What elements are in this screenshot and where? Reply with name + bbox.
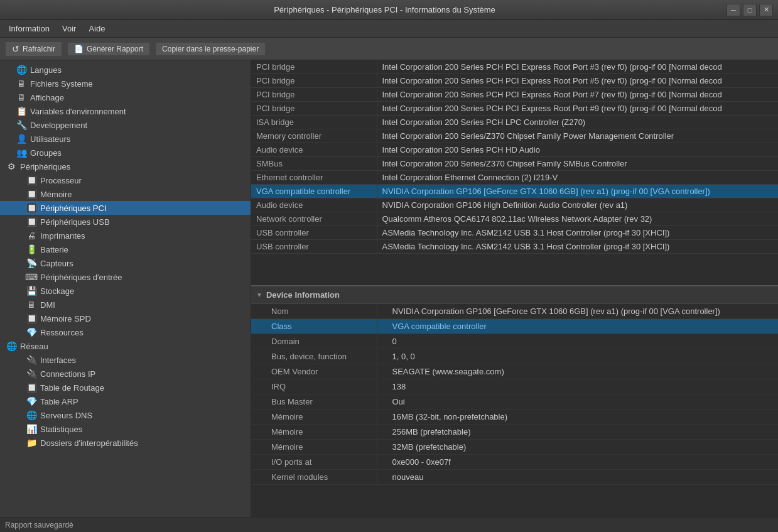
table-row[interactable]: Ethernet controllerIntel Corporation Eth… [251, 171, 778, 185]
info-row[interactable]: Bus MasterOui [251, 394, 778, 410]
sidebar-item-m-moire-spd[interactable]: 🔲Mémoire SPD [0, 312, 251, 325]
sidebar-item-groupes[interactable]: 👥Groupes [0, 146, 251, 160]
sidebar-item-interfaces[interactable]: 🔌Interfaces [0, 353, 251, 367]
sidebar-label: Mémoire SPD [40, 314, 91, 323]
info-row[interactable]: I/O ports at0xe000 - 0xe07f [251, 455, 778, 470]
pci-class-cell: VGA compatible controller [251, 185, 377, 198]
menu-bar: Information Voir Aide [0, 20, 778, 38]
sidebar-item-r-seau[interactable]: 🌐Réseau [0, 339, 251, 353]
info-row[interactable]: NomNVIDIA Corporation GP106 [GeForce GTX… [251, 304, 778, 319]
maximize-button[interactable]: □ [743, 4, 757, 16]
close-button[interactable]: ✕ [759, 4, 773, 16]
sidebar-item-dossiers-d-interop-rabilit-s[interactable]: 📁Dossiers d'interopérabilités [0, 436, 251, 450]
info-label-cell: I/O ports at [251, 455, 377, 470]
info-label-cell: Domain [251, 334, 377, 349]
pci-description-cell: ASMedia Technology Inc. ASM2142 USB 3.1 … [377, 226, 778, 240]
sidebar-icon: 💎 [25, 396, 38, 406]
toolbar: ↺ Rafraîchir 📄 Générer Rapport Copier da… [0, 38, 778, 60]
info-label-cell: Bus, device, function [251, 349, 377, 364]
sidebar-item-fichiers-systeme[interactable]: 🖥Fichiers Systeme [0, 77, 251, 90]
window-title: Périphériques - Périphériques PCI - Info… [43, 5, 727, 14]
info-row[interactable]: Mémoire32MB (prefetchable) [251, 440, 778, 455]
table-row[interactable]: VGA compatible controllerNVIDIA Corporat… [251, 185, 778, 198]
table-row[interactable]: USB controllerASMedia Technology Inc. AS… [251, 226, 778, 240]
sidebar-item-p-riph-riques-d-entr-e[interactable]: ⌨Périphériques d'entrée [0, 270, 251, 284]
generate-report-button[interactable]: 📄 Générer Rapport [67, 42, 150, 56]
pci-class-cell: PCI bridge [251, 60, 377, 74]
pci-description-cell: Intel Corporation 200 Series PCH PCI Exp… [377, 60, 778, 74]
sidebar-item-developpement[interactable]: 🔧Developpement [0, 118, 251, 132]
info-row[interactable]: Bus, device, function1, 0, 0 [251, 349, 778, 364]
pci-description-cell: Qualcomm Atheros QCA6174 802.11ac Wirele… [377, 212, 778, 226]
table-row[interactable]: Memory controllerIntel Corporation 200 S… [251, 129, 778, 143]
table-row[interactable]: PCI bridgeIntel Corporation 200 Series P… [251, 60, 778, 74]
sidebar-icon: 🔲 [25, 189, 38, 199]
refresh-button[interactable]: ↺ Rafraîchir [5, 41, 62, 57]
sidebar-item-batterie[interactable]: 🔋Batterie [0, 242, 251, 256]
table-row[interactable]: USB controllerASMedia Technology Inc. AS… [251, 240, 778, 254]
info-row[interactable]: IRQ138 [251, 379, 778, 394]
collapse-button[interactable]: ▼ [256, 291, 262, 298]
pci-device-table[interactable]: PCI bridgeIntel Corporation 200 Series P… [251, 60, 778, 286]
sidebar-item-affichage[interactable]: 🖥Affichage [0, 90, 251, 104]
sidebar-item-langues[interactable]: 🌐Langues [0, 63, 251, 77]
sidebar-label: Langues [30, 65, 62, 75]
sidebar-label: Interfaces [40, 356, 76, 365]
sidebar-item-ressources[interactable]: 💎Ressources [0, 325, 251, 339]
sidebar-item-stockage[interactable]: 💾Stockage [0, 284, 251, 298]
pci-class-cell: PCI bridge [251, 88, 377, 102]
table-row[interactable]: PCI bridgeIntel Corporation 200 Series P… [251, 74, 778, 88]
info-row[interactable]: Mémoire16MB (32-bit, non-prefetchable) [251, 410, 778, 425]
sidebar-label: Serveurs DNS [40, 411, 92, 420]
sidebar-icon: 🔲 [25, 203, 38, 213]
sidebar-item-variables-d-environnement[interactable]: 📋Variables d'environnement [0, 104, 251, 118]
info-row[interactable]: ClassVGA compatible controller [251, 319, 778, 334]
sidebar-label: Table de Routage [40, 383, 104, 393]
sidebar-item-statistiques[interactable]: 📊Statistiques [0, 422, 251, 436]
sidebar-item-capteurs[interactable]: 📡Capteurs [0, 256, 251, 270]
sidebar-icon: 🖥 [25, 300, 38, 310]
table-row[interactable]: PCI bridgeIntel Corporation 200 Series P… [251, 88, 778, 102]
pci-description-cell: Intel Corporation 200 Series PCH PCI Exp… [377, 74, 778, 88]
sidebar-item-imprimantes[interactable]: 🖨Imprimantes [0, 229, 251, 242]
sidebar-item-p-riph-riques[interactable]: ⚙Périphériques [0, 160, 251, 173]
sidebar-item-processeur[interactable]: 🔲Processeur [0, 173, 251, 187]
copy-clipboard-button[interactable]: Copier dans le presse-papier [155, 42, 266, 56]
pci-description-cell: Intel Corporation 200 Series PCH PCI Exp… [377, 102, 778, 116]
sidebar-item-m-moire[interactable]: 🔲Mémoire [0, 187, 251, 201]
table-row[interactable]: SMBusIntel Corporation 200 Series/Z370 C… [251, 157, 778, 171]
sidebar-item-p-riph-riques-pci[interactable]: 🔲Périphériques PCI [0, 201, 251, 215]
sidebar-item-p-riph-riques-usb[interactable]: 🔲Périphériques USB [0, 215, 251, 229]
table-row[interactable]: ISA bridgeIntel Corporation 200 Series P… [251, 116, 778, 129]
minimize-button[interactable]: ─ [727, 4, 740, 16]
sidebar-item-serveurs-dns[interactable]: 🌐Serveurs DNS [0, 408, 251, 422]
status-bar: Rapport sauvegardé [0, 517, 778, 532]
table-row[interactable]: PCI bridgeIntel Corporation 200 Series P… [251, 102, 778, 116]
sidebar-item-connections-ip[interactable]: 🔌Connections IP [0, 367, 251, 381]
content-area: PCI bridgeIntel Corporation 200 Series P… [251, 60, 778, 517]
pci-class-cell: Ethernet controller [251, 171, 377, 185]
info-label-cell: Bus Master [251, 394, 377, 410]
sidebar-item-table-arp[interactable]: 💎Table ARP [0, 394, 251, 408]
sidebar-icon: 🔲 [25, 175, 38, 185]
menu-aide[interactable]: Aide [82, 21, 111, 36]
menu-voir[interactable]: Voir [56, 21, 82, 36]
sidebar-icon: 🔋 [25, 244, 38, 254]
table-row[interactable]: Network controllerQualcomm Atheros QCA61… [251, 212, 778, 226]
menu-information[interactable]: Information [3, 21, 56, 36]
info-row[interactable]: OEM VendorSEAGATE (www.seagate.com) [251, 364, 778, 379]
sidebar-icon: 💾 [25, 286, 38, 296]
info-row[interactable]: Domain0 [251, 334, 778, 349]
sidebar-label: Ressources [40, 328, 84, 337]
info-value-cell: 0xe000 - 0xe07f [377, 455, 778, 470]
pci-description-cell: NVIDIA Corporation GP106 High Definition… [377, 198, 778, 212]
sidebar-item-table-de-routage[interactable]: 🔲Table de Routage [0, 381, 251, 394]
sidebar-item-dmi[interactable]: 🖥DMI [0, 298, 251, 312]
table-row[interactable]: Audio deviceNVIDIA Corporation GP106 Hig… [251, 198, 778, 212]
sidebar-item-utilisateurs[interactable]: 👤Utilisateurs [0, 132, 251, 146]
info-row[interactable]: Mémoire256MB (prefetchable) [251, 425, 778, 440]
pci-class-cell: Audio device [251, 198, 377, 212]
info-row[interactable]: Kernel modulesnouveau [251, 470, 778, 485]
table-row[interactable]: Audio deviceIntel Corporation 200 Series… [251, 143, 778, 157]
sidebar-label: Fichiers Systeme [30, 79, 93, 89]
